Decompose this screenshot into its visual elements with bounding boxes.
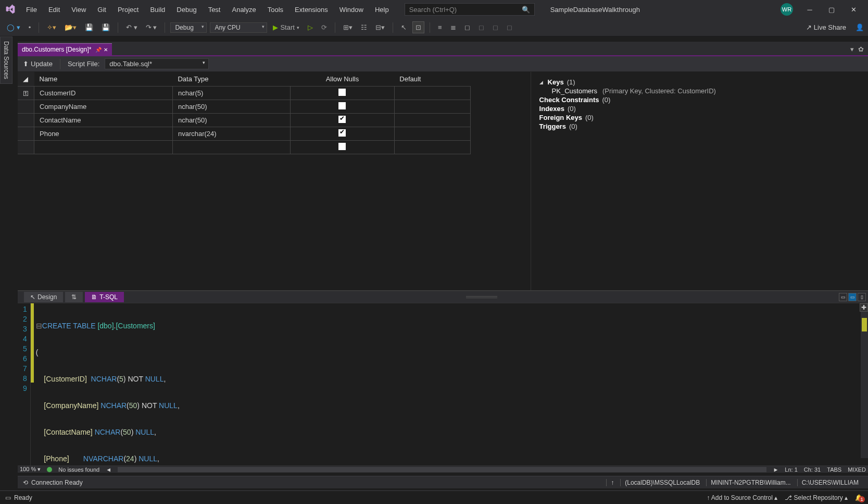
close-button[interactable]: ✕: [843, 2, 864, 17]
search-input[interactable]: Search (Ctrl+Q) 🔍: [405, 3, 535, 16]
account-icon[interactable]: 👤: [856, 23, 864, 31]
notifications-button[interactable]: 🔔1: [855, 494, 863, 501]
cell-default[interactable]: [394, 87, 470, 100]
grid-row[interactable]: CompanyName nchar(50): [18, 100, 471, 114]
tb-icon-2[interactable]: ☷: [358, 22, 370, 33]
close-tab-icon[interactable]: ✕: [104, 47, 108, 53]
expand-icon[interactable]: ◢: [539, 80, 545, 85]
output-icon[interactable]: ▭: [5, 494, 11, 501]
script-file-dropdown[interactable]: dbo.Table.sql*: [105, 58, 209, 69]
user-avatar[interactable]: WR: [781, 3, 793, 16]
pin-icon[interactable]: 📌: [95, 47, 102, 53]
menu-git[interactable]: Git: [92, 3, 111, 17]
select-repo-button[interactable]: ⎇ Select Repository ▴: [785, 494, 848, 501]
cell-name[interactable]: CustomerID: [34, 87, 173, 100]
minimize-button[interactable]: ─: [799, 2, 820, 17]
zoom-dropdown[interactable]: 100 % ▾: [20, 466, 41, 473]
redo-button[interactable]: ↷ ▾: [143, 22, 160, 33]
col-header-allownulls[interactable]: Allow Nulls: [291, 72, 395, 87]
save-button[interactable]: 💾: [82, 22, 96, 33]
cell-type[interactable]: nchar(50): [172, 100, 290, 114]
platform-dropdown[interactable]: Any CPU: [210, 22, 267, 33]
side-tab-data-sources[interactable]: Data Sources: [0, 36, 12, 84]
menu-file[interactable]: File: [21, 3, 42, 17]
allow-nulls-checkbox[interactable]: [338, 129, 346, 137]
grid-corner[interactable]: ◢: [18, 72, 34, 87]
menu-build[interactable]: Build: [145, 3, 170, 17]
col-header-name[interactable]: Name: [34, 72, 173, 87]
col-header-datatype[interactable]: Data Type: [172, 72, 290, 87]
grid-row[interactable]: ContactName nchar(50): [18, 114, 471, 127]
menu-analyze[interactable]: Analyze: [227, 3, 261, 17]
save-all-button[interactable]: 💾: [99, 22, 112, 33]
doc-tab-settings-icon[interactable]: ✿: [858, 45, 864, 53]
undo-button[interactable]: ↶ ▾: [123, 22, 140, 33]
tb-icon-3[interactable]: ⊟▾: [373, 22, 387, 33]
cell-type[interactable]: nvarchar(24): [172, 127, 290, 141]
grid-row[interactable]: ⚿ CustomerID nchar(5): [18, 87, 471, 100]
bookmark-icon[interactable]: ◻: [462, 22, 473, 33]
layout-toggle-3[interactable]: ▯: [858, 293, 866, 301]
doc-tab-dropdown-icon[interactable]: ▾: [850, 45, 854, 53]
maximize-button[interactable]: ▢: [821, 2, 842, 17]
menu-edit[interactable]: Edit: [43, 3, 65, 17]
start-button[interactable]: ▶Start ▾: [270, 22, 301, 33]
allow-nulls-checkbox[interactable]: [338, 89, 346, 96]
cell-type[interactable]: nchar(5): [172, 87, 290, 100]
scroll-right-icon[interactable]: ►: [773, 466, 778, 473]
menu-window[interactable]: Window: [334, 3, 369, 17]
menu-project[interactable]: Project: [112, 3, 144, 17]
menu-test[interactable]: Test: [203, 3, 226, 17]
tb-icon-6[interactable]: ≡: [435, 22, 445, 33]
cell-name[interactable]: ContactName: [34, 114, 173, 127]
allow-nulls-checkbox[interactable]: [338, 116, 346, 123]
cell-default[interactable]: [394, 127, 470, 141]
live-share-button[interactable]: ↗ Live Share 👤: [806, 23, 864, 31]
cell-type[interactable]: nchar(50): [172, 114, 290, 127]
pk-entry[interactable]: PK_Customers(Primary Key, Clustered: Cus…: [552, 87, 860, 95]
menu-view[interactable]: View: [66, 3, 91, 17]
layout-toggle-1[interactable]: ▭: [839, 293, 847, 301]
inner-tab-swap[interactable]: ⇅: [65, 292, 83, 302]
open-file-button[interactable]: 📂▾: [62, 22, 79, 33]
add-source-control-button[interactable]: ↑ Add to Source Control ▴: [707, 494, 777, 501]
inner-tab-design[interactable]: ↖Design: [24, 292, 63, 302]
nav-back-button[interactable]: ◯ ▾: [4, 22, 23, 33]
hot-reload-button[interactable]: ⟳: [319, 22, 330, 33]
cell-default[interactable]: [394, 114, 470, 127]
menu-tools[interactable]: Tools: [262, 3, 288, 17]
add-split-button[interactable]: ✚: [860, 303, 868, 312]
code-content[interactable]: ⊟CREATE TABLE [dbo].[Customers] ( [Custo…: [34, 303, 248, 465]
new-item-button[interactable]: ✧▾: [44, 22, 59, 33]
doc-tab-customers[interactable]: dbo.Customers [Design]* 📌✕: [18, 43, 112, 55]
bookmark-prev-icon[interactable]: ◻: [476, 22, 487, 33]
collapse-icon[interactable]: ⊟: [36, 322, 42, 330]
layout-toggle-2[interactable]: ▭: [848, 293, 857, 301]
cell-name[interactable]: Phone: [34, 127, 173, 141]
columns-grid[interactable]: ◢ Name Data Type Allow Nulls Default ⚿ C…: [18, 72, 531, 290]
col-header-default[interactable]: Default: [394, 72, 470, 87]
scroll-left-icon[interactable]: ◄: [106, 466, 111, 473]
bookmark-clear-icon[interactable]: ◻: [504, 22, 515, 33]
start-without-debug-button[interactable]: ▷: [305, 22, 316, 33]
vertical-scrollbar[interactable]: [861, 303, 868, 458]
tb-icon-4[interactable]: ↖: [398, 22, 409, 33]
allow-nulls-checkbox[interactable]: [338, 102, 346, 109]
update-button[interactable]: ⬆Update: [23, 60, 53, 68]
cell-name[interactable]: CompanyName: [34, 100, 173, 114]
menu-extensions[interactable]: Extensions: [290, 3, 333, 17]
bookmark-next-icon[interactable]: ◻: [490, 22, 501, 33]
menu-debug[interactable]: Debug: [171, 3, 202, 17]
lineend-mode[interactable]: MIXED: [848, 466, 866, 473]
horizontal-scrollbar[interactable]: [118, 467, 766, 472]
menu-help[interactable]: Help: [370, 3, 394, 17]
tabs-mode[interactable]: TABS: [827, 466, 841, 473]
nav-fwd-button[interactable]: •: [26, 22, 34, 33]
tb-icon-5[interactable]: ⊡: [412, 21, 424, 33]
allow-nulls-checkbox[interactable]: [338, 143, 346, 150]
cell-default[interactable]: [394, 100, 470, 114]
inner-tab-tsql[interactable]: 🗎T-SQL: [85, 292, 124, 302]
splitter-handle[interactable]: [126, 296, 837, 298]
config-dropdown[interactable]: Debug: [170, 22, 207, 33]
grid-row-new[interactable]: [18, 141, 471, 154]
